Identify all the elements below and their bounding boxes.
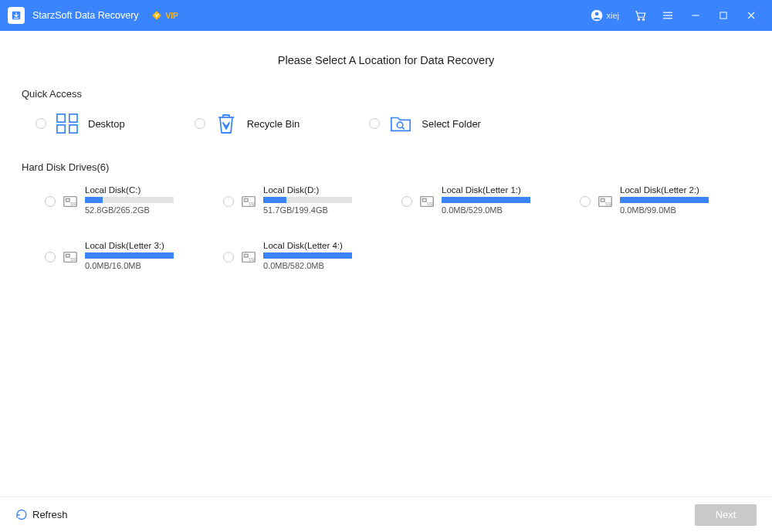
drive-body: Local Disk(Letter 3:) 0.0MB/16.0MB xyxy=(85,241,174,270)
drive-bar-fill xyxy=(85,197,103,203)
svg-text:SSD: SSD xyxy=(427,202,435,206)
svg-rect-29 xyxy=(601,198,605,202)
radio-drive[interactable] xyxy=(401,196,412,207)
ssd-icon: SSD xyxy=(240,249,257,266)
drive-bar xyxy=(620,197,709,203)
app-logo xyxy=(8,7,25,24)
quick-access-recycle-bin[interactable]: Recycle Bin xyxy=(195,112,300,135)
close-button[interactable] xyxy=(744,8,758,22)
quick-access-label: Recycle Bin xyxy=(247,118,300,130)
folder-search-icon xyxy=(389,112,412,135)
svg-text:SSD: SSD xyxy=(70,202,78,206)
ssd-icon: SSD xyxy=(62,193,79,210)
svg-rect-26 xyxy=(423,198,427,202)
svg-text:SSD: SSD xyxy=(70,258,78,262)
svg-point-3 xyxy=(595,12,599,16)
drive-usage: 52.8GB/265.2GB xyxy=(85,205,174,215)
svg-rect-15 xyxy=(57,125,65,133)
drive-body: Local Disk(D:) 51.7GB/199.4GB xyxy=(263,185,352,215)
drive-body: Local Disk(Letter 4:) 0.0MB/582.0MB xyxy=(263,241,352,270)
drive-usage: 51.7GB/199.4GB xyxy=(263,205,352,215)
svg-text:SSD: SSD xyxy=(249,258,256,262)
ssd-icon: SSD xyxy=(62,249,79,266)
footer: Refresh Next xyxy=(0,496,772,532)
svg-point-5 xyxy=(642,19,644,20)
titlebar: StarzSoft Data Recovery VIP xiej xyxy=(0,0,772,31)
titlebar-left: StarzSoft Data Recovery VIP xyxy=(8,7,178,24)
drive-item[interactable]: SSD Local Disk(Letter 2:) 0.0MB/99.0MB xyxy=(580,185,750,215)
drive-usage: 0.0MB/16.0MB xyxy=(85,261,174,270)
cart-icon[interactable] xyxy=(633,8,647,22)
radio-drive[interactable] xyxy=(45,252,56,263)
svg-text:SSD: SSD xyxy=(249,202,256,206)
refresh-button[interactable]: Refresh xyxy=(15,509,68,521)
titlebar-right: xiej xyxy=(591,8,758,22)
drive-name: Local Disk(Letter 3:) xyxy=(85,241,174,250)
svg-rect-14 xyxy=(69,114,77,122)
maximize-button[interactable] xyxy=(716,8,730,22)
drive-item[interactable]: SSD Local Disk(Letter 3:) 0.0MB/16.0MB xyxy=(45,241,215,270)
svg-rect-35 xyxy=(245,254,249,257)
drive-bar-fill xyxy=(620,197,709,203)
drive-item[interactable]: SSD Local Disk(D:) 51.7GB/199.4GB xyxy=(223,185,394,215)
drive-body: Local Disk(Letter 2:) 0.0MB/99.0MB xyxy=(620,185,709,215)
user-icon xyxy=(591,9,603,22)
vip-label: VIP xyxy=(166,12,178,20)
drive-item[interactable]: SSD Local Disk(Letter 4:) 0.0MB/582.0MB xyxy=(223,241,394,270)
user-account[interactable]: xiej xyxy=(591,9,619,22)
main-content: Please Select A Location for Data Recove… xyxy=(0,31,772,496)
quick-access-label: Desktop xyxy=(88,118,125,130)
username: xiej xyxy=(606,11,619,20)
radio-drive[interactable] xyxy=(45,196,56,207)
drive-body: Local Disk(C:) 52.8GB/265.2GB xyxy=(85,185,174,215)
desktop-icon xyxy=(56,112,79,135)
drive-usage: 0.0MB/582.0MB xyxy=(263,261,352,270)
radio-drive[interactable] xyxy=(223,196,234,207)
next-button[interactable]: Next xyxy=(695,504,757,526)
quick-access-select-folder[interactable]: Select Folder xyxy=(369,112,481,135)
drive-item[interactable]: SSD Local Disk(Letter 1:) 0.0MB/529.0MB xyxy=(401,185,572,215)
radio-recycle-bin[interactable] xyxy=(195,118,205,129)
drives-heading: Hard Disk Drives(6) xyxy=(22,161,750,173)
vip-badge: VIP xyxy=(151,10,178,21)
radio-drive[interactable] xyxy=(580,196,591,207)
radio-desktop[interactable] xyxy=(36,118,46,129)
svg-rect-32 xyxy=(66,254,70,257)
recycle-bin-icon xyxy=(215,112,238,135)
svg-text:SSD: SSD xyxy=(605,202,613,206)
svg-rect-10 xyxy=(720,12,726,19)
drive-usage: 0.0MB/99.0MB xyxy=(620,205,709,215)
drive-name: Local Disk(D:) xyxy=(263,185,352,195)
svg-point-17 xyxy=(398,122,404,128)
quick-access-row: Desktop Recycle Bin xyxy=(22,112,750,135)
svg-rect-13 xyxy=(57,114,65,122)
drive-name: Local Disk(Letter 4:) xyxy=(263,241,352,250)
drive-name: Local Disk(C:) xyxy=(85,185,174,195)
drive-item[interactable]: SSD Local Disk(C:) 52.8GB/265.2GB xyxy=(45,185,215,215)
drive-bar xyxy=(263,252,352,259)
drive-bar xyxy=(442,197,530,203)
drive-name: Local Disk(Letter 2:) xyxy=(620,185,709,195)
drive-bar xyxy=(85,197,174,203)
drive-bar-fill xyxy=(85,252,174,259)
refresh-icon xyxy=(15,509,28,521)
menu-icon[interactable] xyxy=(661,8,675,22)
drive-usage: 0.0MB/529.0MB xyxy=(442,205,530,215)
drive-bar-fill xyxy=(442,197,530,203)
minimize-button[interactable] xyxy=(689,8,703,22)
quick-access-desktop[interactable]: Desktop xyxy=(36,112,125,135)
radio-select-folder[interactable] xyxy=(369,118,380,129)
quick-access-label: Select Folder xyxy=(422,118,481,130)
radio-drive[interactable] xyxy=(223,252,234,263)
drives-grid: SSD Local Disk(C:) 52.8GB/265.2GB SSD Lo… xyxy=(22,185,750,270)
drive-bar-fill xyxy=(263,197,286,203)
ssd-icon: SSD xyxy=(240,193,257,210)
drive-bar xyxy=(263,197,352,203)
drive-name: Local Disk(Letter 1:) xyxy=(442,185,530,195)
drive-body: Local Disk(Letter 1:) 0.0MB/529.0MB xyxy=(442,185,530,215)
ssd-icon: SSD xyxy=(597,193,614,210)
svg-point-4 xyxy=(638,19,639,20)
drive-bar xyxy=(85,252,174,259)
drive-bar-fill xyxy=(263,252,352,259)
svg-rect-23 xyxy=(245,198,249,202)
